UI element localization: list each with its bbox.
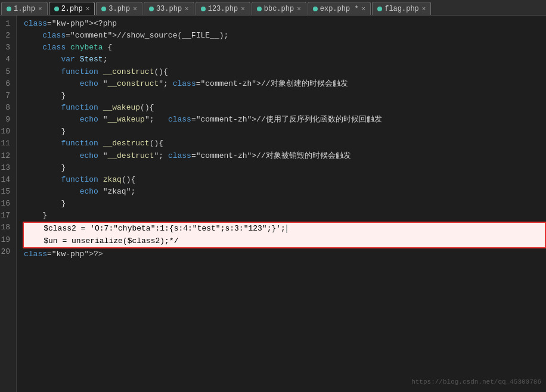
code-line-6: echo "__construct"; class="comment-zh">/… xyxy=(23,78,546,90)
line-number-16: 16 xyxy=(0,198,13,210)
line-number-10: 10 xyxy=(0,126,13,138)
line-number-5: 5 xyxy=(0,66,13,78)
code-line-3: class chybeta { xyxy=(23,42,546,54)
close-tab-icon[interactable]: × xyxy=(297,5,301,13)
line-number-4: 4 xyxy=(0,54,13,66)
line-number-15: 15 xyxy=(0,186,13,198)
line-numbers: 1234567891011121314151617181920 xyxy=(0,15,17,392)
line-number-13: 13 xyxy=(0,162,13,174)
line-number-20: 20 xyxy=(0,246,13,258)
tab-bar: 1.php×2.php×3.php×33.php×123.php×bbc.php… xyxy=(0,0,546,15)
code-line-17: } xyxy=(23,210,546,222)
code-line-9: echo "__wakeup"; class="comment-zh">//使用… xyxy=(23,114,546,126)
tab-3php[interactable]: 3.php× xyxy=(96,2,142,15)
tab-1php[interactable]: 1.php× xyxy=(1,2,48,15)
tab-2php[interactable]: 2.php× xyxy=(49,2,95,15)
tab-123php[interactable]: 123.php× xyxy=(196,2,250,15)
line-number-17: 17 xyxy=(0,210,13,222)
code-content[interactable]: class="kw-php"><?php class="comment">//s… xyxy=(17,15,546,392)
watermark: https://blog.csdn.net/qq_45300786 xyxy=(411,377,541,387)
tab-bbcphp[interactable]: bbc.php× xyxy=(252,2,306,15)
code-line-7: } xyxy=(23,90,546,102)
code-line-1: class="kw-php"><?php xyxy=(23,18,546,30)
line-number-14: 14 xyxy=(0,174,13,186)
code-line-20: class="kw-php">?> xyxy=(23,248,546,260)
line-number-2: 2 xyxy=(0,30,13,42)
line-number-19: 19 xyxy=(0,234,13,246)
line-number-18: 18 xyxy=(0,222,13,234)
code-line-11: function __destruct(){ xyxy=(23,138,546,150)
code-line-19: $un = unserialize($class2);*/ xyxy=(24,235,545,247)
close-tab-icon[interactable]: × xyxy=(133,5,137,13)
line-number-12: 12 xyxy=(0,150,13,162)
tab-expphp[interactable]: exp.php *× xyxy=(308,2,371,15)
code-line-5: function __construct(){ xyxy=(23,66,546,78)
line-number-3: 3 xyxy=(0,42,13,54)
line-number-1: 1 xyxy=(0,18,13,30)
code-line-16: } xyxy=(23,198,546,210)
tab-33php[interactable]: 33.php× xyxy=(144,2,194,15)
close-tab-icon[interactable]: × xyxy=(38,5,42,13)
close-tab-icon[interactable]: × xyxy=(185,5,189,13)
close-tab-icon[interactable]: × xyxy=(422,5,426,13)
code-line-8: function __wakeup(){ xyxy=(23,102,546,114)
close-tab-icon[interactable]: × xyxy=(362,5,366,13)
line-number-8: 8 xyxy=(0,102,13,114)
code-line-13: } xyxy=(23,162,546,174)
code-line-12: echo "__destruct"; class="comment-zh">//… xyxy=(23,150,546,162)
code-line-4: var $test; xyxy=(23,54,546,66)
code-line-14: function zkaq(){ xyxy=(23,174,546,186)
code-line-15: echo "zkaq"; xyxy=(23,186,546,198)
code-line-10: } xyxy=(23,126,546,138)
code-line-2: class="comment">//show_source(__FILE__); xyxy=(23,30,546,42)
close-tab-icon[interactable]: × xyxy=(241,5,245,13)
code-line-18: $class2 = 'O:7:"chybeta":1:{s:4:"test";s… xyxy=(24,223,545,235)
line-number-6: 6 xyxy=(0,78,13,90)
close-tab-icon[interactable]: × xyxy=(86,5,90,13)
line-number-9: 9 xyxy=(0,114,13,126)
text-cursor xyxy=(286,225,287,233)
line-number-11: 11 xyxy=(0,138,13,150)
line-number-7: 7 xyxy=(0,90,13,102)
code-container: 1234567891011121314151617181920 class="k… xyxy=(0,15,546,392)
red-box-highlight: $class2 = 'O:7:"chybeta":1:{s:4:"test";s… xyxy=(23,222,546,248)
tab-flagphp[interactable]: flag.php× xyxy=(372,2,431,15)
